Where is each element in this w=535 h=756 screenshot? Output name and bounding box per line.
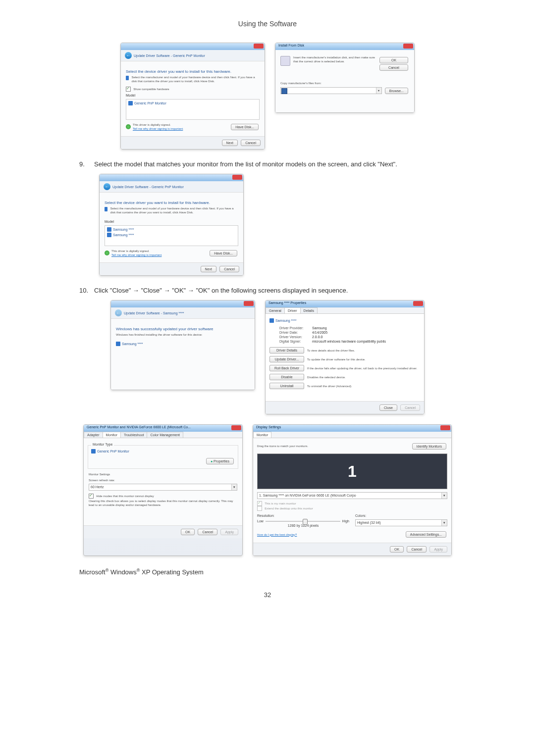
cancel-button[interactable]: Cancel (219, 266, 239, 272)
tab-color[interactable]: Color Management (147, 432, 183, 438)
page-header: Using the Software (30, 20, 505, 28)
prop-key: Driver Date: (279, 331, 309, 334)
success-sub: Windows has finished installing the driv… (116, 333, 250, 337)
browse-button[interactable]: Browse... (385, 88, 408, 94)
have-disk-button[interactable]: Have Disk... (231, 124, 259, 130)
shield-icon (126, 124, 131, 129)
tab-monitor[interactable]: Monitor (253, 432, 271, 438)
dropdown-icon[interactable]: ▾ (441, 493, 447, 499)
tab-adapter[interactable]: Adapter (84, 432, 103, 438)
extend-label: Extend the desktop onto this monitor (265, 507, 313, 510)
tab-driver[interactable]: Driver (284, 307, 301, 313)
dialog-update-success: ← Update Driver Software - Samsung **** … (110, 300, 255, 390)
monitor-icon (128, 101, 133, 105)
next-button[interactable]: Next (201, 266, 216, 272)
page-number: 32 (30, 591, 505, 599)
settings-title: Monitor Settings (89, 473, 237, 477)
cancel-button[interactable]: Cancel (241, 140, 261, 146)
close-icon[interactable] (413, 301, 423, 306)
dialog-select-driver-2: ← Update Driver Software - Generic PnP M… (99, 174, 244, 276)
ok-button[interactable]: OK (181, 529, 195, 535)
tab-monitor[interactable]: Monitor (103, 432, 121, 438)
monitor-icon (116, 342, 120, 346)
ok-button[interactable]: OK (379, 57, 408, 63)
device-row: Samsung **** (269, 318, 420, 323)
group-title: Monitor Type (91, 443, 114, 446)
dropdown-icon[interactable]: ▾ (441, 520, 447, 526)
update-driver-button[interactable]: Update Driver... (269, 356, 304, 362)
identify-button[interactable]: Identify Monitors (412, 443, 446, 450)
signed-text: This driver is digitally signed. (133, 123, 183, 127)
device-icon (126, 76, 129, 80)
best-display-link[interactable]: How do I get the best display? (257, 533, 297, 536)
monitor-preview[interactable]: 1 (257, 454, 447, 489)
tab-general[interactable]: General (266, 307, 285, 313)
properties-button[interactable]: ● Properties (206, 458, 234, 464)
dropdown-icon[interactable]: ▾ (231, 484, 237, 490)
colors-select[interactable]: Highest (32 bit)▾ (355, 519, 447, 526)
model-list[interactable]: Samsung **** Samsung **** (105, 225, 238, 246)
close-icon[interactable] (232, 175, 242, 180)
step-text: Select the model that matches your monit… (94, 159, 505, 169)
model-header: Model (105, 220, 238, 223)
ok-button[interactable]: OK (390, 546, 404, 553)
path-input[interactable]: ▾ (280, 87, 382, 94)
os-heading: Microsoft® Windows® XP Operating System (79, 568, 505, 576)
monitor-icon (107, 233, 111, 237)
dialog-display-settings: Display Settings Monitor Drag the icons … (253, 424, 452, 556)
disable-button[interactable]: Disable (269, 374, 304, 380)
prop-key: Driver Provider: (279, 326, 309, 330)
disk-icon (280, 56, 290, 66)
compatible-checkbox[interactable] (126, 87, 131, 92)
screenshot-row-4: Generic PnP Monitor and NVIDIA GeForce 6… (30, 424, 505, 556)
titlebar (121, 43, 265, 50)
model-list[interactable]: Generic PnP Monitor (126, 99, 260, 120)
apply-button: Apply (220, 529, 238, 535)
refresh-select[interactable]: 60 Hertz▾ (89, 484, 237, 491)
monitor-select[interactable]: 1. Samsung **** on NVIDIA GeForce 6600 L… (257, 492, 447, 499)
monitor-icon (91, 449, 96, 454)
copy-label: Copy manufacturer's files from: (280, 82, 409, 86)
cancel-button[interactable]: Cancel (379, 64, 408, 71)
cancel-button[interactable]: Cancel (407, 546, 427, 553)
advanced-settings-button[interactable]: Advanced Settings... (406, 531, 446, 538)
prop-val: Samsung (312, 326, 420, 330)
back-icon[interactable]: ← (104, 183, 110, 190)
close-icon[interactable] (254, 44, 264, 49)
titlebar (100, 174, 243, 181)
disk-message: Insert the manufacturer's installation d… (293, 56, 375, 64)
signing-link[interactable]: Tell me why driver signing is important (133, 127, 183, 130)
resolution-slider[interactable] (266, 521, 340, 522)
titlebar: Install From Disk (275, 43, 414, 50)
breadcrumb: ← Update Driver Software - Samsung **** (111, 307, 255, 319)
model-item[interactable]: Samsung **** (107, 232, 236, 238)
uninstall-button[interactable]: Uninstall (269, 383, 304, 389)
apply-button: Apply (429, 546, 447, 553)
driver-details-button[interactable]: Driver Details (269, 347, 304, 353)
tab-troubleshoot[interactable]: Troubleshoot (120, 432, 148, 438)
back-icon[interactable]: ← (125, 52, 132, 59)
have-disk-button[interactable]: Have Disk... (210, 250, 237, 256)
tab-details[interactable]: Details (300, 307, 318, 313)
close-icon[interactable] (244, 301, 254, 306)
model-item[interactable]: Samsung **** (107, 227, 236, 232)
next-button[interactable]: Next (222, 140, 238, 146)
dropdown-icon[interactable]: ▾ (376, 88, 381, 94)
rollback-button[interactable]: Roll Back Driver (269, 365, 304, 371)
window-title: Install From Disk (278, 44, 304, 47)
hide-modes-checkbox[interactable] (89, 494, 94, 499)
dialog-title: Select the device driver you want to ins… (126, 69, 260, 74)
breadcrumb: ← Update Driver Software - Generic PnP M… (121, 50, 265, 61)
close-button[interactable]: Close (379, 404, 397, 411)
close-icon[interactable] (231, 425, 241, 430)
close-icon[interactable] (403, 44, 413, 49)
titlebar (111, 301, 255, 307)
extend-checkbox (257, 506, 262, 511)
signing-link[interactable]: Tell me why driver signing is important (111, 253, 161, 256)
monitor-settings-group: Monitor Settings Screen refresh rate: 60… (88, 472, 238, 508)
cancel-button[interactable]: Cancel (198, 529, 217, 535)
tabs: Monitor (253, 432, 451, 438)
slider-thumb[interactable] (303, 519, 308, 525)
model-item[interactable]: Generic PnP Monitor (128, 101, 257, 106)
close-icon[interactable] (440, 425, 450, 430)
